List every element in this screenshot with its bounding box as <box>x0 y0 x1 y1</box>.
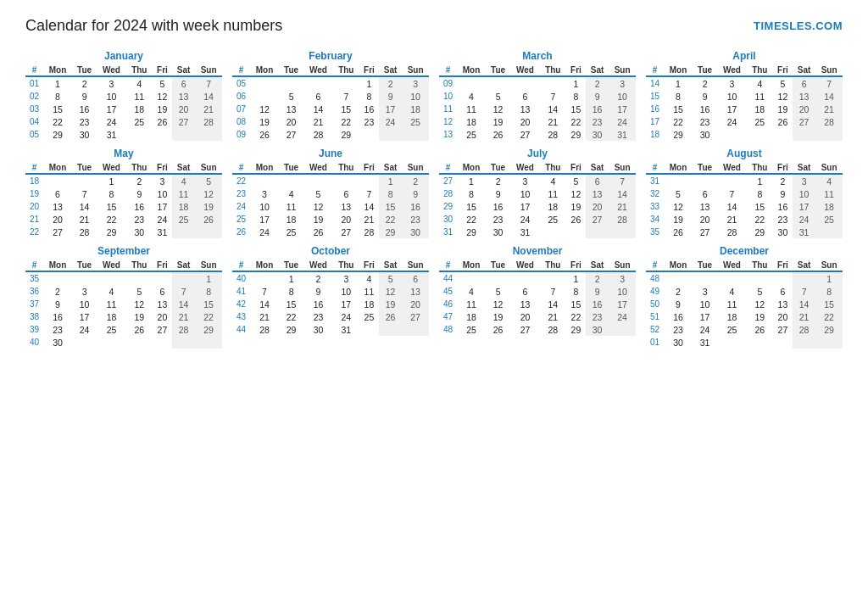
day-cell: 25 <box>457 323 486 336</box>
day-cell <box>773 128 793 141</box>
col-header-mon: Mon <box>457 260 486 271</box>
day-cell: 26 <box>303 226 333 238</box>
day-cell: 19 <box>379 298 402 310</box>
day-cell <box>97 336 126 349</box>
day-cell <box>333 174 359 187</box>
day-cell <box>379 323 402 336</box>
day-cell: 18 <box>402 103 429 115</box>
day-cell: 8 <box>566 90 586 103</box>
day-cell: 21 <box>172 310 195 323</box>
day-cell: 26 <box>195 213 222 226</box>
day-cell: 20 <box>793 103 815 115</box>
table-row: 0315161718192021 <box>25 103 222 115</box>
day-cell: 29 <box>566 128 586 141</box>
col-header-tue: Tue <box>72 162 97 174</box>
day-cell: 18 <box>815 200 843 213</box>
table-row: 05293031 <box>25 128 222 141</box>
col-header-wed: Wed <box>97 64 126 76</box>
table-row: 2517181920212223 <box>232 213 429 226</box>
week-number: 52 <box>646 323 664 336</box>
table-row: 4214151617181920 <box>232 298 429 310</box>
week-number: 15 <box>646 90 664 103</box>
month-block-november: November#MonTueWedThuFriSatSun4412345456… <box>439 245 636 349</box>
day-cell: 8 <box>43 90 72 103</box>
day-cell: 30 <box>773 226 793 238</box>
day-cell: 14 <box>717 200 747 213</box>
day-cell: 27 <box>773 323 793 336</box>
week-number: 11 <box>439 103 457 115</box>
day-cell: 7 <box>717 187 747 200</box>
col-header-wed: Wed <box>717 260 747 271</box>
day-cell: 6 <box>153 285 172 298</box>
table-row: 05123 <box>232 76 429 90</box>
week-number: 49 <box>646 285 664 298</box>
day-cell: 9 <box>693 90 717 103</box>
col-header-wed: Wed <box>717 162 747 174</box>
col-header-wed: Wed <box>510 260 540 271</box>
col-header-fri: Fri <box>153 64 172 76</box>
day-cell: 1 <box>379 174 402 187</box>
col-header-thu: Thu <box>333 162 359 174</box>
col-header-fri: Fri <box>153 260 172 271</box>
day-cell: 9 <box>43 298 72 310</box>
day-cell: 2 <box>402 174 429 187</box>
col-header-#: # <box>646 162 664 174</box>
day-cell: 7 <box>72 187 97 200</box>
day-cell: 19 <box>153 103 172 115</box>
col-header-mon: Mon <box>43 260 72 271</box>
day-cell: 2 <box>586 76 609 90</box>
day-cell: 15 <box>815 298 843 310</box>
day-cell: 24 <box>250 226 279 238</box>
day-cell: 18 <box>457 115 486 128</box>
month-block-february: February#MonTueWedThuFriSatSun0512306567… <box>232 50 429 141</box>
day-cell: 1 <box>359 76 379 90</box>
day-cell <box>250 90 279 103</box>
month-title: March <box>439 50 636 62</box>
day-cell: 8 <box>359 90 379 103</box>
day-cell: 21 <box>195 103 222 115</box>
day-cell: 29 <box>379 226 402 238</box>
col-header-wed: Wed <box>97 260 126 271</box>
day-cell: 16 <box>303 298 333 310</box>
day-cell: 29 <box>566 323 586 336</box>
day-cell: 5 <box>486 285 510 298</box>
day-cell: 25 <box>97 323 126 336</box>
week-number: 26 <box>232 226 250 238</box>
day-cell: 1 <box>815 271 843 285</box>
day-cell: 30 <box>43 336 72 349</box>
day-cell: 24 <box>609 115 636 128</box>
day-cell: 30 <box>693 128 717 141</box>
day-cell: 3 <box>609 271 636 285</box>
day-cell: 23 <box>72 115 97 128</box>
day-cell: 13 <box>172 90 195 103</box>
month-table: #MonTueWedThuFriSatSun091231045678910111… <box>439 64 636 141</box>
day-cell: 3 <box>333 271 359 285</box>
day-cell: 4 <box>126 76 153 90</box>
week-number: 05 <box>232 76 250 90</box>
day-cell <box>586 226 609 238</box>
day-cell: 23 <box>359 115 379 128</box>
table-row: 5116171819202122 <box>646 310 843 323</box>
day-cell: 11 <box>457 298 486 310</box>
day-cell: 9 <box>586 285 609 298</box>
day-cell: 7 <box>333 90 359 103</box>
day-cell: 26 <box>250 128 279 141</box>
col-header-#: # <box>439 260 457 271</box>
day-cell <box>609 226 636 238</box>
calendar-grid: January#MonTueWedThuFriSatSun01123456702… <box>25 50 843 349</box>
day-cell: 18 <box>457 310 486 323</box>
day-cell: 6 <box>510 285 540 298</box>
day-cell: 14 <box>540 298 566 310</box>
day-cell: 19 <box>566 200 586 213</box>
day-cell: 21 <box>815 103 843 115</box>
day-cell <box>486 271 510 285</box>
day-cell: 10 <box>250 200 279 213</box>
week-number: 08 <box>232 115 250 128</box>
week-number: 50 <box>646 298 664 310</box>
table-row: 1812345 <box>25 174 222 187</box>
day-cell: 31 <box>609 128 636 141</box>
day-cell <box>279 76 303 90</box>
day-cell <box>717 174 747 187</box>
table-row: 3419202122232425 <box>646 213 843 226</box>
week-number: 37 <box>25 298 43 310</box>
